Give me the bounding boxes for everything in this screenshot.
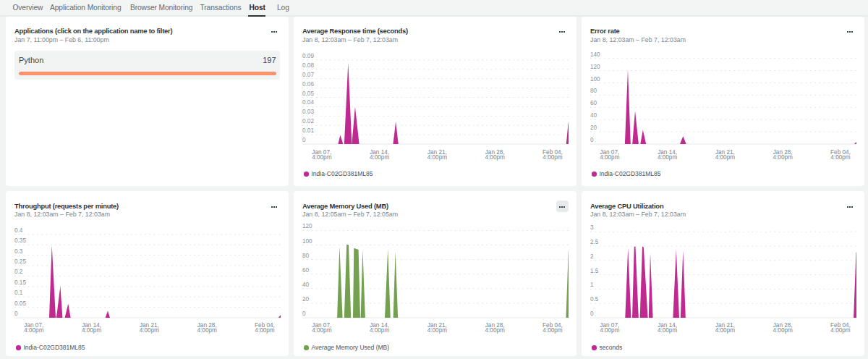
svg-text:0.35: 0.35 [14, 237, 26, 244]
svg-text:0.25: 0.25 [14, 258, 26, 265]
svg-text:0.05: 0.05 [14, 300, 26, 307]
svg-text:0.03: 0.03 [302, 109, 314, 115]
svg-text:0: 0 [590, 137, 594, 143]
svg-text:4:00pm: 4:00pm [542, 327, 562, 334]
svg-text:0.09: 0.09 [302, 52, 314, 59]
svg-text:4:00pm: 4:00pm [715, 327, 735, 334]
svg-text:4:00pm: 4:00pm [658, 154, 677, 161]
svg-text:0.1: 0.1 [14, 290, 23, 296]
svg-text:4:00pm: 4:00pm [140, 327, 159, 334]
svg-text:1.5: 1.5 [590, 268, 599, 274]
svg-text:80: 80 [590, 88, 597, 94]
svg-text:0: 0 [302, 311, 306, 317]
svg-text:4:00pm: 4:00pm [427, 154, 447, 161]
svg-text:2: 2 [590, 253, 594, 260]
svg-text:60: 60 [302, 267, 310, 274]
svg-text:0: 0 [302, 137, 306, 143]
svg-text:4:00pm: 4:00pm [715, 154, 735, 161]
svg-text:0.01: 0.01 [302, 127, 314, 134]
svg-text:4:00pm: 4:00pm [658, 327, 677, 334]
svg-text:4:00pm: 4:00pm [197, 327, 217, 334]
svg-text:120: 120 [590, 63, 600, 69]
svg-text:100: 100 [302, 238, 312, 245]
svg-text:0: 0 [590, 311, 594, 317]
svg-text:4:00pm: 4:00pm [82, 327, 101, 334]
svg-text:4:00pm: 4:00pm [485, 154, 505, 161]
svg-text:4:00pm: 4:00pm [773, 327, 793, 334]
svg-text:4:00pm: 4:00pm [600, 154, 619, 161]
svg-text:4:00pm: 4:00pm [312, 154, 331, 161]
svg-text:0.07: 0.07 [302, 71, 314, 77]
svg-text:0.08: 0.08 [302, 62, 314, 68]
svg-text:0.3: 0.3 [14, 248, 23, 255]
svg-text:4:00pm: 4:00pm [485, 327, 505, 334]
svg-text:4:00pm: 4:00pm [312, 327, 331, 334]
svg-text:40: 40 [302, 282, 310, 288]
svg-text:4:00pm: 4:00pm [773, 154, 793, 161]
svg-text:100: 100 [590, 75, 600, 82]
svg-text:0.15: 0.15 [14, 279, 26, 286]
svg-text:4:00pm: 4:00pm [830, 154, 850, 161]
svg-text:4:00pm: 4:00pm [600, 327, 619, 334]
svg-text:0.02: 0.02 [302, 118, 314, 124]
svg-text:4:00pm: 4:00pm [24, 327, 43, 334]
svg-text:0.05: 0.05 [302, 90, 314, 96]
svg-text:120: 120 [302, 223, 312, 229]
svg-text:0: 0 [14, 311, 18, 317]
svg-text:0.2: 0.2 [14, 269, 23, 275]
svg-text:0.06: 0.06 [302, 80, 314, 87]
svg-text:4:00pm: 4:00pm [830, 327, 850, 334]
svg-text:80: 80 [302, 253, 310, 259]
svg-text:2.5: 2.5 [590, 239, 599, 245]
svg-text:0.04: 0.04 [302, 99, 314, 106]
svg-text:4:00pm: 4:00pm [370, 154, 389, 161]
svg-text:4:00pm: 4:00pm [542, 154, 562, 161]
svg-text:140: 140 [590, 51, 600, 57]
svg-text:60: 60 [590, 100, 597, 106]
svg-text:0.5: 0.5 [590, 296, 599, 303]
svg-text:4:00pm: 4:00pm [255, 327, 274, 334]
svg-text:3: 3 [590, 224, 594, 231]
svg-text:4:00pm: 4:00pm [370, 327, 389, 334]
svg-text:20: 20 [302, 296, 310, 303]
svg-text:20: 20 [590, 124, 597, 131]
svg-text:1: 1 [590, 282, 594, 288]
svg-text:4:00pm: 4:00pm [427, 327, 447, 334]
svg-text:40: 40 [590, 112, 597, 119]
svg-text:0.4: 0.4 [14, 227, 23, 234]
